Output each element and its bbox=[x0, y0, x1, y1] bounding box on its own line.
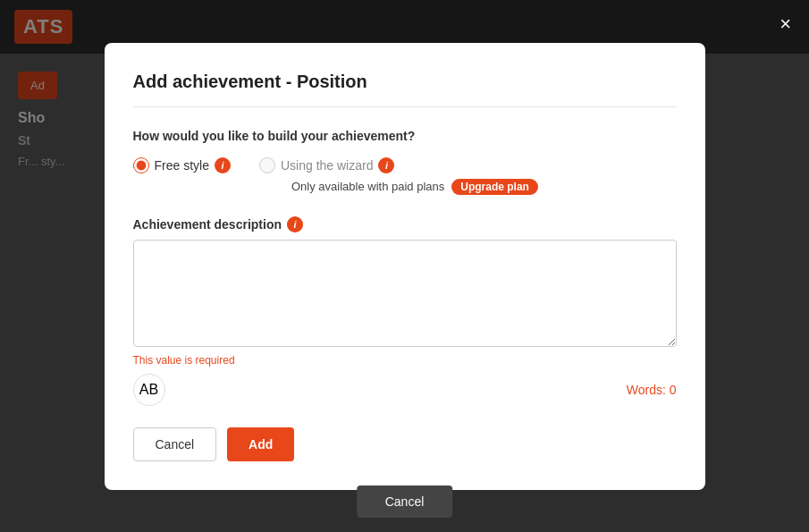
wizard-radio[interactable] bbox=[259, 157, 275, 173]
close-button[interactable]: × bbox=[780, 14, 791, 34]
wizard-label: Using the wizard bbox=[281, 158, 374, 173]
upgrade-notice-text: Only available with paid plans bbox=[291, 180, 444, 193]
modal-dialog: Add achievement - Position How would you… bbox=[105, 43, 705, 490]
description-label: Achievement description bbox=[133, 217, 282, 232]
description-section: Achievement description i This value is … bbox=[133, 216, 677, 406]
page-cancel-button[interactable]: Cancel bbox=[357, 486, 453, 518]
modal-actions: Cancel Add bbox=[133, 427, 677, 461]
description-textarea[interactable] bbox=[133, 240, 677, 347]
free-style-option: Free style i bbox=[133, 157, 231, 173]
free-style-label: Free style bbox=[155, 158, 209, 173]
wizard-option: Using the wizard i bbox=[259, 157, 538, 173]
add-button[interactable]: Add bbox=[227, 427, 294, 461]
spellcheck-button[interactable]: AB bbox=[133, 374, 165, 406]
desc-footer: AB Words: 0 bbox=[133, 374, 677, 406]
upgrade-notice: Only available with paid plans Upgrade p… bbox=[291, 179, 538, 195]
spellcheck-icon: AB bbox=[139, 382, 158, 398]
words-count: Words: 0 bbox=[627, 383, 677, 397]
cancel-button[interactable]: Cancel bbox=[133, 427, 217, 461]
modal-title: Add achievement - Position bbox=[133, 72, 677, 107]
modal-overlay: × Add achievement - Position How would y… bbox=[0, 0, 809, 532]
upgrade-plan-badge[interactable]: Upgrade plan bbox=[451, 179, 538, 195]
wizard-info-icon[interactable]: i bbox=[378, 157, 394, 173]
error-message: This value is required bbox=[133, 354, 677, 367]
free-style-radio[interactable] bbox=[133, 157, 149, 173]
build-question-label: How would you like to build your achieve… bbox=[133, 129, 677, 143]
free-style-info-icon[interactable]: i bbox=[215, 157, 231, 173]
radio-group: Free style i Using the wizard i Only ava… bbox=[133, 157, 677, 195]
description-info-icon[interactable]: i bbox=[287, 216, 303, 232]
desc-label-row: Achievement description i bbox=[133, 216, 677, 232]
